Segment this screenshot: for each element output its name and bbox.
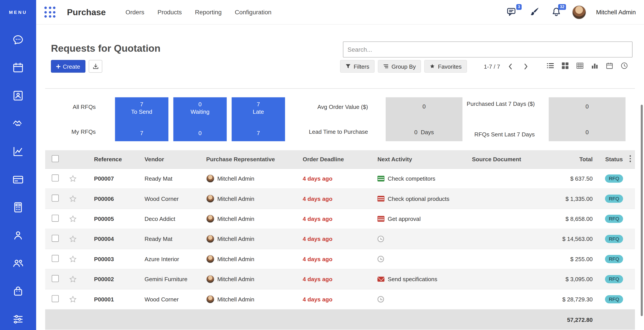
calendar-icon[interactable]: [11, 61, 25, 75]
waiting-all-count[interactable]: 0: [198, 101, 202, 108]
favorites-button[interactable]: Favorites: [424, 60, 467, 73]
favorite-star-icon[interactable]: [69, 215, 76, 223]
late-all-count[interactable]: 7: [257, 101, 260, 108]
rfqs-sent-last-7-days-label[interactable]: RFQs Sent Last 7 Days: [462, 131, 534, 138]
search-input[interactable]: [343, 42, 632, 57]
late-my-count[interactable]: 7: [257, 130, 260, 136]
col-header-reference[interactable]: Reference: [82, 156, 133, 163]
table-row[interactable]: P00003 Azure Interior Mitchell Admin 4 d…: [45, 249, 635, 269]
view-calendar-icon[interactable]: [604, 61, 614, 71]
calculator-icon[interactable]: [11, 200, 25, 214]
pager-next-button[interactable]: [521, 61, 532, 72]
row-checkbox[interactable]: [52, 275, 59, 282]
my-rfqs-label[interactable]: My RFQs: [45, 128, 96, 135]
favorite-star-icon[interactable]: [69, 296, 76, 303]
activity-icon[interactable]: [378, 176, 384, 182]
cell-next-activity[interactable]: [366, 236, 460, 242]
tile-waiting[interactable]: 0 Waiting 0: [173, 97, 227, 141]
favorite-star-icon[interactable]: [69, 255, 76, 263]
purchase-icon[interactable]: [11, 284, 25, 298]
activity-icon[interactable]: [378, 277, 384, 282]
cell-next-activity[interactable]: Send specifications: [366, 276, 460, 283]
table-row[interactable]: P00001 Wood Corner Mitchell Admin 4 days…: [45, 290, 635, 310]
col-header-next-activity[interactable]: Next Activity: [366, 156, 460, 163]
select-all-checkbox[interactable]: [52, 155, 59, 162]
row-checkbox[interactable]: [52, 174, 59, 182]
favorite-star-icon[interactable]: [69, 235, 76, 243]
contacts-icon[interactable]: [11, 89, 25, 102]
activities-bell-button[interactable]: 32: [550, 6, 562, 18]
lead-time-label[interactable]: Lead Time to Purchase: [290, 128, 368, 135]
avg-order-value-label[interactable]: Avg Order Value ($): [290, 103, 368, 110]
table-row[interactable]: P00005 Deco Addict Mitchell Admin 4 days…: [45, 209, 635, 229]
settings-sliders-icon[interactable]: [11, 312, 25, 326]
row-checkbox[interactable]: [52, 195, 59, 202]
view-graph-icon[interactable]: [590, 61, 600, 71]
table-row[interactable]: P00007 Ready Mat Mitchell Admin 4 days a…: [45, 169, 635, 189]
to-send-label[interactable]: To Send: [131, 108, 152, 115]
cell-next-activity[interactable]: Get approval: [366, 216, 460, 222]
activity-icon[interactable]: [378, 256, 384, 263]
col-header-vendor[interactable]: Vendor: [133, 156, 194, 163]
table-row[interactable]: P00002 Gemini Furniture Mitchell Admin 4…: [45, 269, 635, 289]
menu-toggle[interactable]: MENU: [0, 0, 36, 25]
export-button[interactable]: [89, 60, 102, 73]
messages-button[interactable]: 3: [506, 6, 518, 18]
row-checkbox[interactable]: [52, 255, 59, 262]
filters-button[interactable]: Filters: [340, 60, 374, 73]
scrollbar-thumb[interactable]: [641, 105, 643, 316]
favorite-star-icon[interactable]: [69, 195, 76, 202]
view-list-icon[interactable]: [546, 61, 555, 71]
all-rfqs-label[interactable]: All RFQs: [45, 103, 96, 110]
menu-reporting[interactable]: Reporting: [195, 8, 222, 16]
menu-products[interactable]: Products: [157, 8, 182, 16]
favorite-star-icon[interactable]: [69, 275, 76, 283]
activity-icon[interactable]: [378, 216, 384, 222]
user-avatar[interactable]: [572, 5, 586, 19]
cell-next-activity[interactable]: [366, 296, 460, 303]
waiting-label[interactable]: Waiting: [190, 108, 210, 115]
col-header-total[interactable]: Total: [529, 156, 598, 163]
group-by-button[interactable]: Group By: [378, 60, 421, 73]
view-pivot-icon[interactable]: [575, 61, 585, 71]
accounting-icon[interactable]: [11, 172, 25, 186]
waiting-my-count[interactable]: 0: [198, 130, 202, 136]
create-button[interactable]: Create: [51, 60, 86, 73]
brush-button[interactable]: [528, 6, 540, 18]
discuss-icon[interactable]: [11, 33, 25, 47]
optional-columns-icon[interactable]: [630, 155, 631, 162]
cell-next-activity[interactable]: Check optional products: [366, 195, 460, 202]
table-row[interactable]: P00004 Ready Mat Mitchell Admin 4 days a…: [45, 229, 635, 249]
cell-next-activity[interactable]: [366, 256, 460, 263]
dashboards-icon[interactable]: [11, 145, 25, 158]
col-header-representative[interactable]: Purchase Representative: [194, 156, 291, 163]
cell-next-activity[interactable]: Check competitors: [366, 175, 460, 182]
tile-to-send[interactable]: 7 To Send 7: [115, 97, 168, 141]
purchased-last-7-days-label[interactable]: Purchased Last 7 Days ($): [462, 100, 534, 108]
activity-icon[interactable]: [378, 196, 384, 202]
menu-configuration[interactable]: Configuration: [235, 8, 272, 16]
activity-icon[interactable]: [378, 296, 384, 303]
late-label[interactable]: Late: [253, 108, 264, 115]
menu-orders[interactable]: Orders: [126, 8, 144, 16]
view-kanban-icon[interactable]: [560, 61, 570, 71]
tile-late[interactable]: 7 Late 7: [232, 97, 285, 141]
apps-menu-icon[interactable]: [44, 6, 56, 17]
team-icon[interactable]: [11, 256, 25, 270]
col-header-status[interactable]: Status: [598, 156, 630, 163]
row-checkbox[interactable]: [52, 235, 59, 242]
table-row[interactable]: P00006 Wood Corner Mitchell Admin 4 days…: [45, 189, 635, 209]
to-send-my-count[interactable]: 7: [140, 130, 144, 136]
col-header-source-document[interactable]: Source Document: [460, 156, 529, 163]
handshake-icon[interactable]: [11, 117, 25, 130]
to-send-all-count[interactable]: 7: [140, 101, 144, 108]
activity-icon[interactable]: [378, 236, 384, 242]
user-icon[interactable]: [11, 228, 25, 242]
col-header-deadline[interactable]: Order Deadline: [291, 156, 366, 163]
favorite-star-icon[interactable]: [69, 175, 76, 182]
view-activity-icon[interactable]: [619, 61, 629, 71]
row-checkbox[interactable]: [52, 215, 59, 222]
pager-previous-button[interactable]: [505, 61, 516, 72]
row-checkbox[interactable]: [52, 295, 59, 302]
user-name[interactable]: Mitchell Admin: [596, 8, 636, 16]
